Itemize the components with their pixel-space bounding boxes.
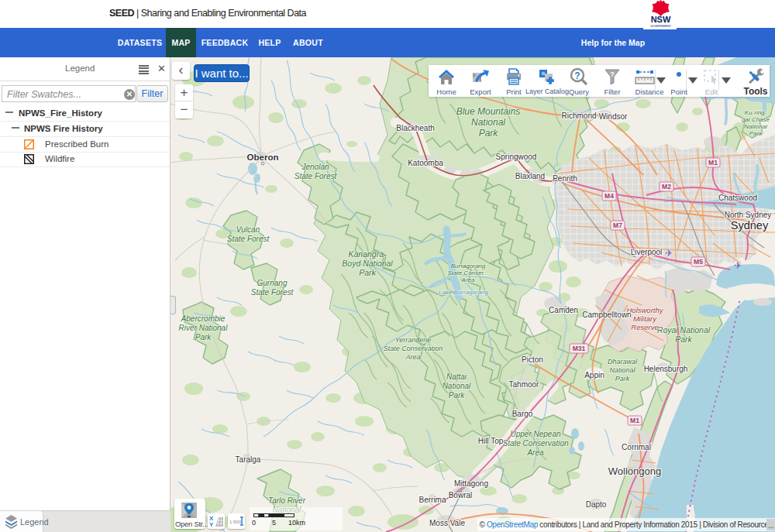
- svg-text:Blaxland: Blaxland: [515, 172, 545, 180]
- svg-text:M1: M1: [708, 159, 718, 166]
- svg-text:Windsor: Windsor: [599, 112, 628, 121]
- svg-text:Penrith: Penrith: [553, 174, 577, 183]
- svg-text:Appin: Appin: [584, 371, 604, 379]
- svg-text:0: 0: [252, 519, 256, 527]
- svg-text:Bargo: Bargo: [512, 410, 533, 418]
- svg-text:Moss Vale: Moss Vale: [429, 519, 465, 527]
- svg-text:Liverpool: Liverpool: [631, 248, 663, 256]
- svg-text:GOVERNMENT: GOVERNMENT: [650, 25, 672, 28]
- svg-text:Corrimal: Corrimal: [622, 443, 651, 451]
- svg-text:Berrima: Berrima: [418, 496, 446, 504]
- svg-text:Blackheath: Blackheath: [396, 124, 434, 132]
- svg-text:Katoomba: Katoomba: [408, 159, 443, 167]
- svg-text:North Sydney: North Sydney: [725, 211, 772, 219]
- svg-text:5: 5: [272, 519, 276, 527]
- svg-text:Oberon: Oberon: [247, 153, 279, 162]
- svg-text:M1: M1: [630, 417, 639, 424]
- svg-text:NSW: NSW: [651, 15, 671, 24]
- svg-text:✈: ✈: [734, 260, 742, 271]
- svg-text:Lake Burragorang: Lake Burragorang: [439, 289, 489, 296]
- svg-text:Bowral: Bowral: [449, 491, 473, 499]
- svg-text:M5: M5: [694, 258, 703, 266]
- svg-text:M4: M4: [604, 192, 614, 200]
- svg-text:Y: Y: [209, 521, 214, 528]
- svg-text:M31: M31: [573, 345, 586, 352]
- svg-text:Hill Top: Hill Top: [478, 437, 504, 445]
- svg-text:?: ?: [610, 70, 615, 78]
- svg-text:Tahmoor: Tahmoor: [509, 380, 540, 389]
- svg-text:1:500: 1:500: [229, 520, 242, 524]
- svg-text:M7: M7: [613, 221, 622, 229]
- svg-text:Campbelltown: Campbelltown: [582, 311, 631, 319]
- svg-text:Sydney: Sydney: [731, 219, 769, 232]
- svg-text:✈: ✈: [665, 248, 673, 259]
- svg-text:Camden: Camden: [549, 306, 578, 314]
- svg-text:Springwood: Springwood: [496, 153, 537, 161]
- svg-text:Helensburgh: Helensburgh: [644, 365, 688, 373]
- svg-text:Richmond: Richmond: [561, 112, 596, 120]
- svg-text:10km: 10km: [288, 519, 305, 527]
- svg-text:Wollongong: Wollongong: [608, 465, 661, 477]
- svg-text:?: ?: [574, 70, 580, 81]
- svg-text:Taralga: Taralga: [236, 455, 261, 464]
- svg-text:Picton: Picton: [522, 355, 543, 364]
- svg-text:M2: M2: [662, 183, 671, 190]
- svg-text:Chatswood: Chatswood: [718, 194, 757, 202]
- svg-text:Mittagong: Mittagong: [454, 479, 488, 488]
- svg-text:Dapto: Dapto: [586, 500, 607, 509]
